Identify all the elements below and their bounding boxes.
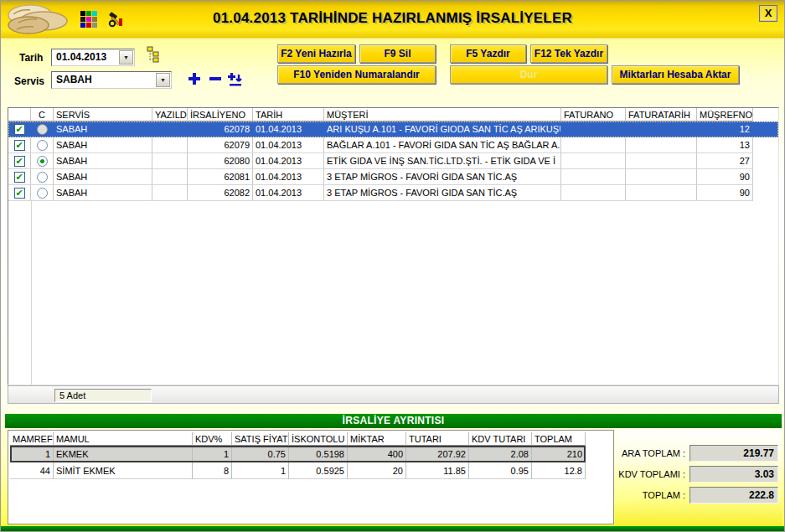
- row-radio[interactable]: [37, 140, 48, 151]
- ara-toplam-value: 219.77: [689, 445, 778, 462]
- header-c: C: [31, 108, 54, 121]
- detail-row[interactable]: 44 SİMİT EKMEK 8 1 0.5925 20 11.85 0.95 …: [10, 462, 586, 479]
- cell-toplam: 210: [532, 446, 586, 462]
- cell-faturano: [561, 137, 626, 153]
- detail-header-row: MAMREF MAMUL KDV% SATIŞ FİYATI İSKONTOLU…: [10, 432, 586, 446]
- cell-faturano: [561, 121, 626, 137]
- cell-servis: SABAH: [54, 137, 152, 153]
- cell-musteri: ETİK GIDA VE İNŞ SAN.TİC.LTD.ŞTİ. - ETİK…: [324, 153, 561, 169]
- f5-yazdir-button[interactable]: F5 Yazdır: [450, 44, 526, 63]
- cell-yazildi: [152, 121, 188, 137]
- cell-faturatarih: [626, 121, 697, 137]
- cell-mamref: 44: [10, 462, 54, 479]
- cell-musrefno: 13: [697, 137, 753, 153]
- cell-servis: SABAH: [54, 169, 152, 185]
- row-checkbox[interactable]: ✔: [14, 140, 25, 151]
- table-row[interactable]: ✔ SABAH 62082 01.04.2013 3 ETAP MİGROS -…: [8, 185, 778, 201]
- cell-kdv-tutari: 2.08: [469, 446, 532, 462]
- hierarchy-icon[interactable]: [145, 45, 163, 67]
- table-header-row: C SERVİS YAZILDI İRSALİYENO TARİH MÜŞTER…: [8, 108, 778, 121]
- cell-tutari: 207.92: [406, 446, 469, 462]
- header-toplam: TOPLAM: [532, 432, 586, 446]
- waybills-table: C SERVİS YAZILDI İRSALİYENO TARİH MÜŞTER…: [8, 107, 779, 385]
- table-row[interactable]: ✔ SABAH 62079 01.04.2013 BAĞLAR A.101 - …: [8, 137, 778, 153]
- kdv-toplami-value: 3.03: [689, 466, 778, 483]
- cell-musrefno: 90: [697, 169, 753, 185]
- cell-musteri: 3 ETAP MİGROS - FAVORİ GIDA SAN TİC.AŞ: [324, 185, 561, 201]
- cell-irsaliyeno: 62081: [188, 169, 253, 185]
- remove-icon[interactable]: [208, 71, 223, 90]
- cell-iskontolu: 0.5198: [289, 446, 348, 462]
- f2-yeni-hazirla-button[interactable]: F2 Yeni Hazırla: [277, 44, 355, 63]
- tarih-label: Tarih: [19, 52, 43, 64]
- header-servis: SERVİS: [54, 108, 152, 121]
- header-musrefno: MÜŞREFNO: [697, 108, 753, 121]
- add-icon[interactable]: [187, 71, 202, 90]
- row-checkbox[interactable]: ✔: [14, 188, 25, 199]
- cell-tarih: 01.04.2013: [253, 169, 324, 185]
- miktarlari-hesaba-aktar-button[interactable]: Miktarları Hesaba Aktar: [612, 65, 739, 84]
- cell-miktar: 400: [348, 446, 406, 462]
- cell-servis: SABAH: [54, 185, 152, 201]
- bottom-green-bar: [1, 526, 784, 531]
- row-radio[interactable]: [37, 124, 48, 135]
- detail-panel: MAMREF MAMUL KDV% SATIŞ FİYATI İSKONTOLU…: [8, 430, 614, 524]
- cell-musteri: 3 ETAP MİGROS - FAVORİ GIDA SAN TİC.AŞ: [324, 169, 561, 185]
- totals-panel: ARA TOPLAM : 219.77 KDV TOPLAMI : 3.03 T…: [615, 429, 782, 528]
- f12-tek-yazdir-button[interactable]: F12 Tek Yazdır: [530, 44, 607, 63]
- header-tarih: TARİH: [253, 108, 324, 121]
- cell-mamul: SİMİT EKMEK: [54, 462, 193, 479]
- cell-musteri: ARI KUŞU A.101 - FAVORİ GIODA SAN TİC AŞ…: [324, 121, 561, 137]
- kdv-toplami-label: KDV TOPLAMI :: [618, 469, 685, 479]
- cell-musteri: BAĞLAR A.101 - FAVORİ GIDA SAN TİC AŞ BA…: [324, 137, 561, 153]
- row-checkbox[interactable]: ✔: [14, 124, 25, 135]
- cell-faturatarih: [626, 153, 697, 169]
- f9-sil-button[interactable]: F9 Sil: [359, 44, 436, 63]
- table-row[interactable]: ✔ SABAH 62080 01.04.2013 ETİK GIDA VE İN…: [8, 153, 778, 169]
- detail-row[interactable]: 1 EKMEK 1 0.75 0.5198 400 207.92 2.08 21…: [10, 446, 586, 462]
- row-checkbox[interactable]: ✔: [14, 156, 25, 167]
- cell-irsaliyeno: 62080: [188, 153, 253, 169]
- detail-section-header: İRSALİYE AYRINTISI: [5, 414, 782, 428]
- toplam-value: 222.8: [689, 487, 778, 504]
- cell-tarih: 01.04.2013: [253, 185, 324, 201]
- cell-tutari: 11.85: [406, 462, 469, 479]
- cell-faturano: [561, 169, 626, 185]
- table-row[interactable]: ✔ SABAH 62078 01.04.2013 ARI KUŞU A.101 …: [8, 121, 778, 137]
- header-iskontolu: İSKONTOLU: [289, 432, 348, 446]
- tarih-dropdown[interactable]: 01.04.2013 ▼: [51, 49, 135, 66]
- header-kdv-tutari: KDV TUTARI: [469, 432, 532, 446]
- header-yazildi: YAZILDI: [152, 108, 188, 121]
- ara-toplam-label: ARA TOPLAM :: [622, 448, 685, 458]
- table-row[interactable]: ✔ SABAH 62081 01.04.2013 3 ETAP MİGROS -…: [8, 169, 778, 185]
- status-bar: 5 Adet: [8, 385, 779, 404]
- header-miktar: MİKTAR: [348, 432, 406, 446]
- cell-faturatarih: [626, 137, 697, 153]
- close-button[interactable]: X: [759, 5, 777, 22]
- f10-yeniden-numaralandir-button[interactable]: F10 Yeniden Numaralandır: [277, 65, 436, 84]
- header-satis-fiyati: SATIŞ FİYATI: [232, 432, 289, 446]
- servis-dropdown[interactable]: SABAH ▼: [51, 71, 172, 89]
- cell-tarih: 01.04.2013: [253, 121, 324, 137]
- servis-value: SABAH: [56, 74, 92, 85]
- cell-tarih: 01.04.2013: [253, 153, 324, 169]
- cell-yazildi: [152, 169, 188, 185]
- header-faturatarih: FATURATARİH: [626, 108, 697, 121]
- cell-tarih: 01.04.2013: [253, 137, 324, 153]
- add-sorted-icon[interactable]: [227, 71, 244, 91]
- header-irsaliyeno: İRSALİYENO: [188, 108, 253, 121]
- cell-yazildi: [152, 153, 188, 169]
- row-radio[interactable]: [37, 172, 48, 183]
- record-count: 5 Adet: [54, 389, 152, 402]
- cell-yazildi: [152, 185, 188, 201]
- header-mamref: MAMREF: [10, 432, 54, 446]
- cell-kdv-tutari: 0.95: [469, 462, 532, 479]
- cell-faturatarih: [626, 185, 697, 201]
- page-title: 01.04.2013 TARİHİNDE HAZIRLANMIŞ İRSALİY…: [1, 10, 784, 27]
- cell-toplam: 12.8: [532, 462, 586, 479]
- chevron-down-icon[interactable]: ▼: [119, 50, 133, 65]
- row-radio[interactable]: [37, 188, 48, 199]
- row-radio[interactable]: [37, 156, 48, 167]
- chevron-down-icon[interactable]: ▼: [156, 73, 170, 87]
- row-checkbox[interactable]: ✔: [14, 172, 25, 183]
